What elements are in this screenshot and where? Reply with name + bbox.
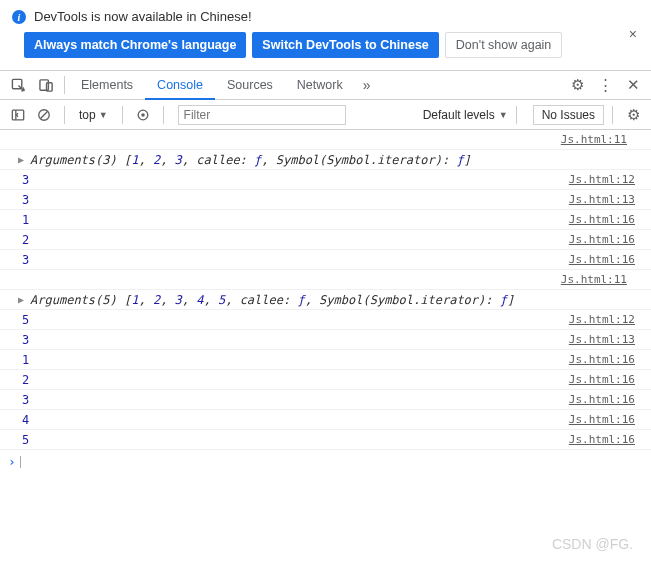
log-row: 3Js.html:16 xyxy=(0,250,651,270)
console-prompt[interactable]: › xyxy=(0,450,651,473)
log-row: 3Js.html:13 xyxy=(0,190,651,210)
levels-label: Default levels xyxy=(423,108,495,122)
log-content: 1 xyxy=(18,353,29,367)
log-content: 3 xyxy=(18,173,29,187)
tab-sources[interactable]: Sources xyxy=(215,71,285,99)
settings-icon[interactable]: ⚙ xyxy=(563,76,591,94)
svg-point-8 xyxy=(141,113,145,117)
svg-rect-3 xyxy=(12,110,23,120)
devtools-tab-bar: Elements Console Sources Network » ⚙ ⋮ ✕ xyxy=(0,70,651,100)
source-link[interactable]: Js.html:16 xyxy=(569,433,635,446)
log-content: ▶Arguments(5) [1, 2, 3, 4, 5, callee: ƒ,… xyxy=(18,293,514,307)
divider xyxy=(163,106,164,124)
tab-network[interactable]: Network xyxy=(285,71,355,99)
divider xyxy=(64,76,65,94)
match-language-button[interactable]: Always match Chrome's language xyxy=(24,32,246,58)
console-log-area: Js.html:11▶Arguments(3) [1, 2, 3, callee… xyxy=(0,130,651,450)
close-info-button[interactable]: × xyxy=(629,26,637,42)
dont-show-again-button[interactable]: Don't show again xyxy=(445,32,563,58)
log-row: 2Js.html:16 xyxy=(0,230,651,250)
source-link[interactable]: Js.html:13 xyxy=(569,333,635,346)
log-content: ▶Arguments(3) [1, 2, 3, callee: ƒ, Symbo… xyxy=(18,153,471,167)
source-link[interactable]: Js.html:16 xyxy=(569,413,635,426)
log-content: 5 xyxy=(18,433,29,447)
source-link[interactable]: Js.html:12 xyxy=(569,173,635,186)
console-toolbar: top ▼ Default levels ▼ No Issues ⚙ xyxy=(0,100,651,130)
prompt-caret-icon: › xyxy=(8,454,16,469)
clear-console-icon[interactable] xyxy=(32,103,56,127)
info-icon: i xyxy=(12,10,26,24)
svg-line-6 xyxy=(40,111,47,118)
log-content: 2 xyxy=(18,373,29,387)
log-levels-selector[interactable]: Default levels ▼ xyxy=(423,108,508,122)
info-message: DevTools is now available in Chinese! xyxy=(34,9,252,24)
inspect-element-icon[interactable] xyxy=(4,71,32,99)
log-row: 3Js.html:16 xyxy=(0,390,651,410)
source-link[interactable]: Js.html:16 xyxy=(569,213,635,226)
kebab-menu-icon[interactable]: ⋮ xyxy=(591,76,619,94)
cursor xyxy=(20,456,21,468)
dropdown-triangle-icon: ▼ xyxy=(99,110,108,120)
log-content: 3 xyxy=(18,253,29,267)
source-link[interactable]: Js.html:11 xyxy=(561,133,627,146)
disclosure-triangle-icon[interactable]: ▶ xyxy=(18,294,24,305)
source-link[interactable]: Js.html:11 xyxy=(561,273,627,286)
tab-console[interactable]: Console xyxy=(145,72,215,100)
log-content: 2 xyxy=(18,233,29,247)
more-tabs-icon[interactable]: » xyxy=(355,77,379,93)
log-content: 3 xyxy=(18,393,29,407)
log-row: 5Js.html:16 xyxy=(0,430,651,450)
info-bar: i DevTools is now available in Chinese! xyxy=(0,0,651,28)
log-row: 1Js.html:16 xyxy=(0,210,651,230)
switch-chinese-button[interactable]: Switch DevTools to Chinese xyxy=(252,32,438,58)
log-content: 4 xyxy=(18,413,29,427)
log-row: 2Js.html:16 xyxy=(0,370,651,390)
source-link[interactable]: Js.html:16 xyxy=(569,353,635,366)
language-button-row: Always match Chrome's language Switch De… xyxy=(0,28,651,70)
context-value: top xyxy=(79,108,96,122)
log-row: ▶Arguments(3) [1, 2, 3, callee: ƒ, Symbo… xyxy=(0,150,651,170)
issues-button[interactable]: No Issues xyxy=(533,105,604,125)
toggle-sidebar-icon[interactable] xyxy=(6,103,30,127)
log-row: 5Js.html:12 xyxy=(0,310,651,330)
log-row: 3Js.html:13 xyxy=(0,330,651,350)
divider xyxy=(612,106,613,124)
source-link[interactable]: Js.html:16 xyxy=(569,233,635,246)
source-link[interactable]: Js.html:12 xyxy=(569,313,635,326)
log-row: Js.html:11 xyxy=(0,270,651,290)
close-devtools-icon[interactable]: ✕ xyxy=(619,76,647,94)
log-row: 1Js.html:16 xyxy=(0,350,651,370)
source-link[interactable]: Js.html:16 xyxy=(569,393,635,406)
tab-elements[interactable]: Elements xyxy=(69,71,145,99)
source-link[interactable]: Js.html:16 xyxy=(569,253,635,266)
watermark: CSDN @FG. xyxy=(552,536,633,552)
log-row: 4Js.html:16 xyxy=(0,410,651,430)
log-row: Js.html:11 xyxy=(0,130,651,150)
console-settings-icon[interactable]: ⚙ xyxy=(621,103,645,127)
log-content: 5 xyxy=(18,313,29,327)
dropdown-triangle-icon: ▼ xyxy=(499,110,508,120)
filter-input[interactable] xyxy=(178,105,346,125)
disclosure-triangle-icon[interactable]: ▶ xyxy=(18,154,24,165)
log-row: 3Js.html:12 xyxy=(0,170,651,190)
source-link[interactable]: Js.html:13 xyxy=(569,193,635,206)
divider xyxy=(516,106,517,124)
log-content: 3 xyxy=(18,333,29,347)
log-content: 1 xyxy=(18,213,29,227)
context-selector[interactable]: top ▼ xyxy=(73,106,114,124)
live-expression-icon[interactable] xyxy=(131,103,155,127)
tab-bar-right-icons: ⚙ ⋮ ✕ xyxy=(563,76,647,94)
device-toolbar-icon[interactable] xyxy=(32,71,60,99)
log-row: ▶Arguments(5) [1, 2, 3, 4, 5, callee: ƒ,… xyxy=(0,290,651,310)
divider xyxy=(64,106,65,124)
divider xyxy=(122,106,123,124)
source-link[interactable]: Js.html:16 xyxy=(569,373,635,386)
log-content: 3 xyxy=(18,193,29,207)
